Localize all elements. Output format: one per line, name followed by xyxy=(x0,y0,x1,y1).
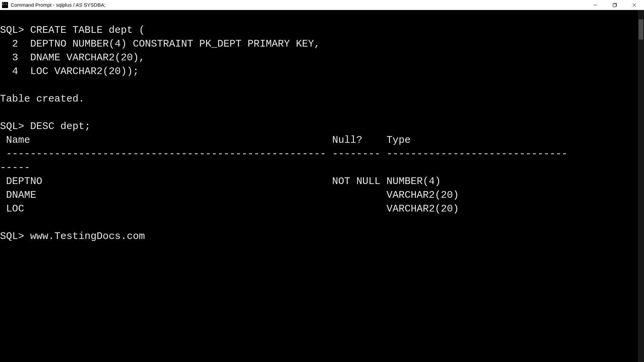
minimize-button[interactable] xyxy=(586,0,605,10)
window-title: Command Prompt - sqlplus / AS SYSDBA; xyxy=(11,2,106,8)
scrollbar-track[interactable] xyxy=(638,10,644,362)
terminal-output[interactable]: SQL> CREATE TABLE dept ( 2 DEPTNO NUMBER… xyxy=(0,10,638,362)
window-controls xyxy=(586,0,644,10)
maximize-icon xyxy=(612,3,617,7)
minimize-icon xyxy=(593,3,597,7)
close-icon xyxy=(632,3,636,7)
maximize-button[interactable] xyxy=(605,0,625,10)
cmd-icon xyxy=(2,2,8,8)
window-titlebar[interactable]: Command Prompt - sqlplus / AS SYSDBA; xyxy=(0,0,644,10)
scrollbar-thumb[interactable] xyxy=(639,19,643,40)
svg-rect-2 xyxy=(613,4,616,7)
close-button[interactable] xyxy=(625,0,644,10)
terminal-container: SQL> CREATE TABLE dept ( 2 DEPTNO NUMBER… xyxy=(0,10,644,362)
